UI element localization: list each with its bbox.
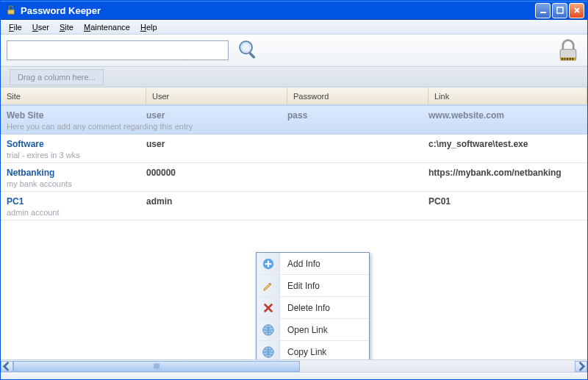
scroll-thumb[interactable] <box>13 361 300 372</box>
svg-rect-11 <box>570 58 571 60</box>
svg-rect-2 <box>557 7 563 13</box>
table-header: Site User Password Link <box>1 87 587 105</box>
minimize-button[interactable] <box>535 3 551 18</box>
cell-password <box>287 139 429 149</box>
app-window: Password Keeper File User Site Maintenan… <box>0 0 588 380</box>
cell-comment: admin account <box>1 208 587 217</box>
table-row[interactable]: Software user c:\my_software\test.exe tr… <box>1 135 587 163</box>
ctx-edit-info[interactable]: Edit Info <box>257 275 369 297</box>
search-input[interactable] <box>7 41 228 60</box>
cell-comment: Here you can add any comment regarding t… <box>1 122 587 131</box>
cell-comment: my bank accounts <box>1 179 587 188</box>
cell-password <box>287 168 429 178</box>
svg-rect-1 <box>540 12 546 13</box>
column-header-password[interactable]: Password <box>287 87 429 104</box>
scroll-track[interactable] <box>13 361 575 372</box>
globe-icon <box>257 319 280 340</box>
cell-user: user <box>146 110 287 121</box>
toolbar <box>1 35 587 67</box>
table-row[interactable]: Netbanking 000000 https://mybank.com/net… <box>1 163 587 192</box>
statusbar <box>1 372 587 379</box>
svg-rect-8 <box>562 58 563 60</box>
cell-link: https://mybank.com/netbanking <box>429 168 587 178</box>
ctx-label: Copy Link <box>280 347 326 357</box>
menu-maintenance[interactable]: Maintenance <box>79 21 135 33</box>
table-row[interactable]: PC1 admin PC01 admin account <box>1 192 587 221</box>
cell-comment: trial - exires in 3 wks <box>1 151 587 159</box>
svg-rect-12 <box>572 58 573 60</box>
svg-rect-9 <box>564 58 566 60</box>
cell-user: admin <box>146 196 287 207</box>
scroll-left-button[interactable] <box>1 361 13 372</box>
maximize-button[interactable] <box>552 3 567 18</box>
cell-site: Netbanking <box>1 168 146 178</box>
globe-icon <box>257 341 280 359</box>
cell-user: 000000 <box>146 168 287 178</box>
cross-icon <box>257 297 280 318</box>
svg-rect-0 <box>8 10 15 14</box>
cell-site: PC1 <box>1 196 146 207</box>
group-by-bar[interactable]: Drag a column here... <box>1 67 587 87</box>
app-icon <box>5 4 17 16</box>
table-body: Web Site user pass www.website.com Here … <box>1 105 587 359</box>
ctx-label: Open Link <box>280 325 328 335</box>
plus-icon <box>257 253 280 274</box>
ctx-add-info[interactable]: Add Info <box>257 253 369 275</box>
cell-site: Software <box>1 139 146 149</box>
titlebar: Password Keeper <box>1 1 587 20</box>
cell-link: c:\my_software\test.exe <box>429 139 587 149</box>
ctx-label: Edit Info <box>280 281 320 291</box>
menu-user[interactable]: User <box>27 21 54 33</box>
close-button[interactable] <box>569 3 584 18</box>
search-box <box>7 40 229 60</box>
ctx-delete-info[interactable]: Delete Info <box>257 297 369 319</box>
context-menu: Add Info Edit Info Delete Info Open Link… <box>256 252 370 359</box>
ctx-label: Add Info <box>280 259 320 269</box>
column-header-site[interactable]: Site <box>1 87 146 104</box>
cell-user: user <box>146 139 287 149</box>
cell-password <box>287 196 429 207</box>
window-controls <box>535 3 584 18</box>
table-row[interactable]: Web Site user pass www.website.com Here … <box>1 105 587 135</box>
group-drop-hint: Drag a column here... <box>10 69 104 85</box>
search-icon[interactable] <box>236 37 261 64</box>
lock-icon <box>555 37 581 65</box>
app-title: Password Keeper <box>21 5 535 16</box>
menu-site[interactable]: Site <box>54 21 79 33</box>
cell-link: PC01 <box>429 196 587 207</box>
cell-site: Web Site <box>1 110 146 121</box>
menubar: File User Site Maintenance Help <box>1 20 587 35</box>
svg-rect-5 <box>248 51 256 59</box>
ctx-open-link[interactable]: Open Link <box>257 319 369 341</box>
menu-file[interactable]: File <box>4 21 27 33</box>
cell-password: pass <box>287 110 429 121</box>
column-header-user[interactable]: User <box>146 87 287 104</box>
svg-point-4 <box>243 43 250 51</box>
ctx-label: Delete Info <box>280 303 330 313</box>
horizontal-scrollbar[interactable] <box>1 359 587 372</box>
menu-help[interactable]: Help <box>135 21 162 33</box>
svg-rect-10 <box>567 58 568 60</box>
column-header-link[interactable]: Link <box>429 87 587 104</box>
pencil-icon <box>257 275 280 296</box>
ctx-copy-link[interactable]: Copy Link <box>257 341 369 359</box>
scroll-right-button[interactable] <box>575 361 587 372</box>
cell-link: www.website.com <box>429 110 587 121</box>
